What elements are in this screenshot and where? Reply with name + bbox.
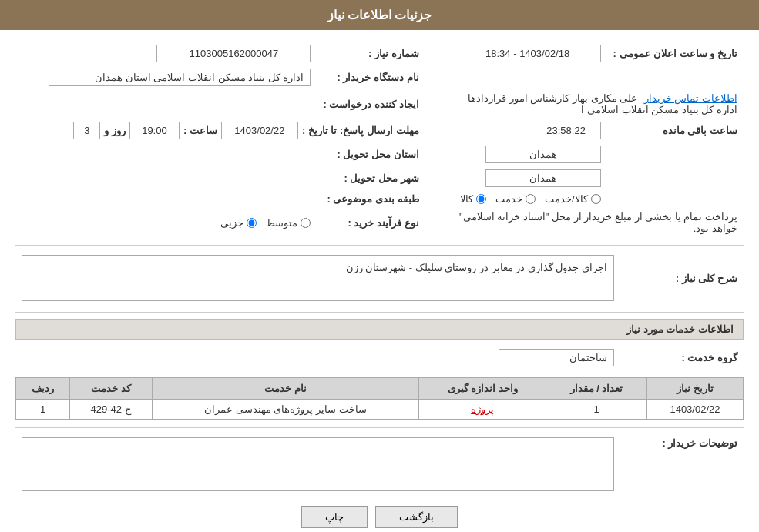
table-cell: 1 — [546, 400, 647, 420]
tabaqe-label: طبقه بندی موضوعی : — [317, 190, 425, 208]
table-cell: 1403/02/22 — [646, 400, 743, 420]
buttons-row: بازگشت چاپ — [15, 506, 744, 528]
table-cell: 1 — [16, 400, 70, 420]
tarikh-ilan-label: تاریخ و ساعت اعلان عمومی : — [607, 42, 744, 65]
sharh-niaz-value: اجرای جدول گذاری در معابر در روستای سلیل… — [22, 255, 614, 301]
shomara-niaz-value: 1103005162000047 — [156, 45, 311, 62]
table-cell: ج-42-429 — [70, 400, 152, 420]
sharh-niaz-label: شرح کلی نیاز : — [620, 252, 744, 304]
kala-khadamat-label: کالا/خدمت — [545, 193, 588, 205]
col-nam: نام خدمت — [152, 378, 419, 400]
shahr-value: همدان — [485, 169, 601, 187]
grooh-khadamat-value: ساختمان — [499, 349, 614, 366]
radio-jozee[interactable]: جزیی — [220, 217, 257, 229]
radio-motavasset[interactable]: متوسط — [266, 217, 311, 229]
nooe-description: پرداخت تمام یا بخشی از مبلغ خریدار از مح… — [459, 211, 737, 234]
ostan-label: استان محل تحویل : — [317, 142, 425, 166]
radio-kala-khadamat[interactable]: کالا/خدمت — [545, 193, 601, 205]
kala-label: کالا — [460, 193, 473, 205]
motavasset-label: متوسط — [266, 217, 297, 229]
col-tedad: تعداد / مقدار — [546, 378, 647, 400]
shahr-label: شهر محل تحویل : — [317, 166, 425, 190]
baqi-mande-value: 23:58:22 — [532, 122, 601, 139]
page-header: جزئیات اطلاعات نیاز — [0, 0, 759, 30]
buyer-desc-box — [22, 437, 614, 491]
tosih-label: توضیحات خریدار : — [620, 434, 744, 494]
jozee-label: جزیی — [220, 217, 243, 229]
date-value: 1403/02/22 — [221, 122, 298, 139]
radio-kala[interactable]: کالا — [460, 193, 486, 205]
col-tarikh: تاریخ نیاز — [646, 378, 743, 400]
page-title: جزئیات اطلاعات نیاز — [327, 8, 432, 22]
mohlat-label: مهلت ارسال پاسخ: تا تاریخ : — [302, 125, 419, 136]
table-cell: پروژه — [419, 400, 546, 420]
ijad-konande-label: ایجاد کننده درخواست : — [317, 89, 425, 119]
services-table: تاریخ نیاز تعداد / مقدار واحد اندازه گیر… — [15, 377, 744, 420]
print-button[interactable]: چاپ — [301, 506, 368, 528]
baqi-mande-label: ساعت باقی مانده — [663, 125, 737, 136]
rooz-value: 3 — [73, 122, 100, 139]
ostan-value: همدان — [485, 146, 601, 163]
khadamat-label: خدمت — [495, 193, 522, 205]
nooe-farayand-label: نوع فرآیند خرید : — [317, 208, 425, 237]
grooh-khadamat-label: گروه خدمت : — [620, 346, 744, 370]
back-button[interactable]: بازگشت — [375, 506, 458, 528]
khadamat-section-title: اطلاعات خدمات مورد نیاز — [15, 319, 744, 340]
saat-label: ساعت : — [183, 125, 217, 136]
ijad-konande-link[interactable]: اطلاعات تماس خریدار — [644, 92, 737, 104]
tarikh-ilan-value: 1403/02/18 - 18:34 — [455, 45, 601, 62]
col-radif: ردیف — [16, 378, 70, 400]
daststgah-value: اداره کل بنیاد مسکن انقلاب اسلامی استان … — [49, 69, 311, 86]
table-cell: ساخت سایر پروژه‌های مهندسی عمران — [152, 400, 419, 420]
radio-khadamat[interactable]: خدمت — [495, 193, 536, 205]
daststgah-label: نام دستگاه خریدار : — [317, 65, 425, 89]
rooz-label: روز و — [104, 125, 126, 136]
shomara-niaz-label: شماره نیاز : — [317, 42, 425, 65]
col-vahed: واحد اندازه گیری — [419, 378, 546, 400]
saat-value: 19:00 — [129, 122, 180, 139]
col-kod: کد خدمت — [70, 378, 152, 400]
